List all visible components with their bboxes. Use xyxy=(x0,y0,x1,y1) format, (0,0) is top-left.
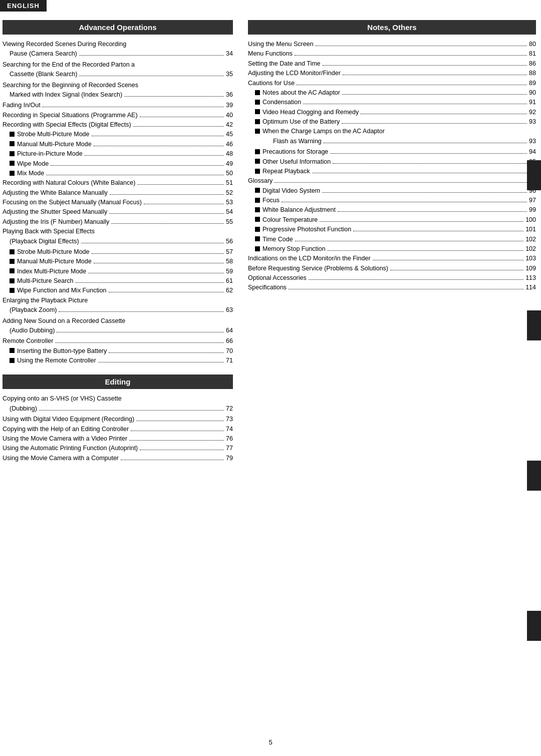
list-item: Adding New Sound on a Recorded Cassette xyxy=(3,316,233,326)
list-item: Recording in Special Situations (Program… xyxy=(3,111,233,120)
list-item: Precautions for Storage 94 xyxy=(248,147,536,157)
list-item: Playing Back with Special Effects xyxy=(3,227,233,236)
english-tab: ENGLISH xyxy=(0,0,47,12)
bullet-icon xyxy=(255,198,260,203)
list-item: Focusing on the Subject Manually (Manual… xyxy=(3,198,233,207)
list-item: Time Code 102 xyxy=(248,235,536,244)
list-item: Strobe Multi-Picture Mode 57 xyxy=(3,247,233,257)
list-item: Focus 97 xyxy=(248,196,536,205)
right-tab-4[interactable] xyxy=(527,611,541,641)
list-item: Adjusting the Iris (F Number) Manually 5… xyxy=(3,217,233,227)
list-item: Inserting the Button-type Battery 70 xyxy=(3,346,233,356)
bullet-icon xyxy=(255,236,260,241)
list-item: Strobe Multi-Picture Mode 45 xyxy=(3,130,233,139)
list-item: Specifications 114 xyxy=(248,283,536,292)
list-item: Copying onto an S-VHS (or VHS) Cassette xyxy=(3,394,233,404)
list-item: When the Charge Lamps on the AC Adaptor xyxy=(248,127,536,136)
list-item: Multi-Picture Search 61 xyxy=(3,276,233,286)
bullet-icon xyxy=(255,227,260,232)
bullet-icon xyxy=(10,171,15,176)
bullet-icon xyxy=(255,119,260,124)
bullet-icon xyxy=(255,90,260,95)
list-item: Recording with Natural Colours (White Ba… xyxy=(3,178,233,188)
list-item: Manual Multi-Picture Mode 46 xyxy=(3,140,233,149)
bullet-icon xyxy=(255,159,260,164)
list-item: Cassette (Blank Search) 35 xyxy=(3,70,233,79)
bullet-icon xyxy=(10,278,15,283)
bullet-icon xyxy=(255,129,260,134)
list-item: Optimum Use of the Battery 93 xyxy=(248,117,536,127)
list-item: (Audio Dubbing) 64 xyxy=(3,326,233,335)
bullet-icon xyxy=(255,109,260,114)
list-item: Glossary 96 xyxy=(248,176,536,186)
bullet-icon xyxy=(10,268,15,273)
bullet-icon xyxy=(10,358,15,363)
list-item: Remote Controller 66 xyxy=(3,336,233,346)
list-item: Marked with Index Signal (Index Search) … xyxy=(3,90,233,100)
list-item: Setting the Date and Time 86 xyxy=(248,59,536,69)
list-item: Pause (Camera Search) 34 xyxy=(3,49,233,59)
bullet-icon xyxy=(10,288,15,293)
list-item: Digital Video System 96 xyxy=(248,186,536,196)
list-item: Enlarging the Playback Picture xyxy=(3,296,233,305)
list-item: Using the Remote Controller 71 xyxy=(3,356,233,365)
list-item: Progressive Photoshot Function 101 xyxy=(248,225,536,234)
left-column: Advanced Operations Viewing Recorded Sce… xyxy=(3,20,238,463)
list-item: Adjusting the Shutter Speed Manually 54 xyxy=(3,207,233,217)
bullet-icon xyxy=(10,161,15,166)
editing-section: Editing Copying onto an S-VHS (or VHS) C… xyxy=(3,374,233,463)
list-item: Flash as Warning 93 xyxy=(248,137,536,146)
bullet-icon xyxy=(10,348,15,353)
list-item: Recording with Special Effects (Digital … xyxy=(3,120,233,130)
list-item: Menu Functions 81 xyxy=(248,49,536,59)
right-tab-3[interactable] xyxy=(527,461,541,491)
list-item: Repeat Playback 95 xyxy=(248,167,536,176)
list-item: Index Multi-Picture Mode 59 xyxy=(3,267,233,276)
list-item: Mix Mode 50 xyxy=(3,169,233,178)
list-item: Adjusting the LCD Monitor/Finder 88 xyxy=(248,69,536,78)
list-item: Video Head Clogging and Remedy 92 xyxy=(248,108,536,117)
list-item: Colour Temperature 100 xyxy=(248,215,536,225)
list-item: (Dubbing) 72 xyxy=(3,404,233,414)
bullet-icon xyxy=(10,249,15,254)
bullet-icon xyxy=(255,188,260,193)
right-tab-1[interactable] xyxy=(527,160,541,190)
bullet-icon xyxy=(255,169,260,174)
editing-header: Editing xyxy=(3,374,233,389)
list-item: Copying with the Help of an Editing Cont… xyxy=(3,425,233,434)
list-item: Indications on the LCD Monitor/in the Fi… xyxy=(248,254,536,263)
list-item: Before Requesting Service (Problems & So… xyxy=(248,264,536,273)
list-item: Wipe Function and Mix Function 62 xyxy=(3,286,233,295)
list-item: Fading In/Out 39 xyxy=(3,101,233,110)
list-item: Viewing Recorded Scenes During Recording xyxy=(3,40,233,49)
list-item: Cautions for Use 89 xyxy=(248,79,536,88)
bullet-icon xyxy=(10,259,15,264)
list-item: Searching for the Beginning of Recorded … xyxy=(3,81,233,90)
list-item: Using the Movie Camera with a Video Prin… xyxy=(3,434,233,444)
bullet-icon xyxy=(255,217,260,222)
list-item: Adjusting the White Balance Manually 52 xyxy=(3,188,233,198)
list-item: Using the Movie Camera with a Computer 7… xyxy=(3,454,233,463)
list-item: Searching for the End of the Recorded Pa… xyxy=(3,60,233,70)
bullet-icon xyxy=(255,207,260,212)
bullet-icon xyxy=(10,151,15,156)
list-item: Other Useful Information 95 xyxy=(248,157,536,167)
advanced-operations-header: Advanced Operations xyxy=(3,20,233,35)
bullet-icon xyxy=(10,132,15,137)
bullet-icon xyxy=(255,246,260,251)
list-item: Manual Multi-Picture Mode 58 xyxy=(3,257,233,266)
list-item: Using the Menu Screen 80 xyxy=(248,40,536,49)
list-item: Picture-in-Picture Mode 48 xyxy=(3,149,233,159)
bullet-icon xyxy=(255,100,260,105)
list-item: Using the Automatic Printing Function (A… xyxy=(3,444,233,453)
list-item: Memory Stop Function 102 xyxy=(248,244,536,254)
list-item: White Balance Adjustment 99 xyxy=(248,205,536,215)
right-tab-2[interactable] xyxy=(527,310,541,340)
list-item: Optional Accessories 113 xyxy=(248,273,536,283)
bullet-icon xyxy=(10,141,15,146)
list-item: Notes about the AC Adaptor 90 xyxy=(248,88,536,98)
notes-others-header: Notes, Others xyxy=(248,20,536,35)
page-number: 5 xyxy=(268,738,272,746)
bullet-icon xyxy=(255,149,260,154)
list-item: Wipe Mode 49 xyxy=(3,159,233,169)
